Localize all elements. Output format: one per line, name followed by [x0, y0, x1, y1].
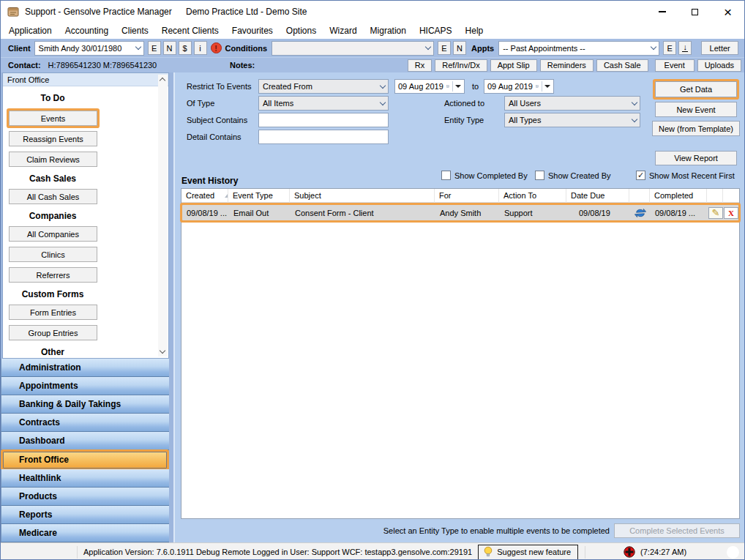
client-edit-button[interactable]: E — [148, 41, 161, 55]
accordion-products[interactable]: Products — [1, 488, 169, 506]
accordion-contracts[interactable]: Contracts — [1, 414, 169, 432]
sidebar-button-referrers[interactable]: Referrers — [9, 267, 97, 283]
show-completed-by-checkbox[interactable]: Show Completed By — [441, 171, 528, 180]
checkbox-checked-icon[interactable] — [636, 171, 645, 180]
show-most-recent-first-checkbox[interactable]: Show Most Recent First — [636, 171, 735, 180]
sidebar-button-group-entries[interactable]: Group Entries — [9, 325, 97, 340]
accordion-administration[interactable]: Administration — [1, 359, 169, 377]
appt-edit-button[interactable]: E — [663, 41, 676, 55]
sidebar-button-claim-reviews[interactable]: Claim Reviews — [9, 152, 97, 167]
menu-application[interactable]: Application — [2, 23, 59, 39]
letter-button[interactable]: Letter — [701, 41, 738, 55]
menu-recent-clients[interactable]: Recent Clients — [155, 23, 225, 39]
detail-contains-input[interactable] — [258, 130, 389, 144]
column-header-action-to[interactable]: Action To — [499, 189, 566, 203]
date-to-picker[interactable]: 09 Aug 2019 — [484, 79, 554, 94]
cell-edit[interactable] — [708, 207, 724, 219]
menu-favourites[interactable]: Favourites — [225, 23, 280, 39]
cell-sync[interactable] — [630, 208, 651, 218]
close-button[interactable] — [711, 1, 744, 23]
conditions-alert-icon[interactable] — [211, 42, 222, 53]
menu-help[interactable]: Help — [459, 23, 490, 39]
column-header-created[interactable]: Created — [181, 189, 228, 203]
medical-cross-icon[interactable] — [624, 546, 635, 558]
column-header-blank[interactable] — [707, 189, 723, 203]
sidebar-button-clinics[interactable]: Clinics — [9, 247, 97, 262]
new-from-template-button[interactable]: New (from Template) — [652, 121, 740, 136]
rx-button[interactable]: Rx — [408, 59, 432, 72]
conditions-edit-button[interactable]: E — [438, 41, 451, 55]
entity-type-select[interactable]: All Types — [504, 113, 640, 127]
column-header-blank[interactable] — [723, 189, 739, 203]
chevron-down-icon — [380, 99, 386, 105]
column-header-event-type[interactable]: Event Type — [228, 189, 290, 203]
checkbox-icon[interactable] — [535, 171, 544, 180]
subject-contains-input[interactable] — [258, 113, 389, 127]
menu-options[interactable]: Options — [280, 23, 323, 39]
cell-delete[interactable] — [724, 207, 738, 219]
appt-slip-button[interactable]: Appt Slip — [490, 59, 537, 72]
delete-icon[interactable] — [724, 207, 738, 219]
accordion-healthlink[interactable]: Healthlink — [1, 469, 169, 488]
appts-select[interactable]: -- Past Appointments -- — [498, 41, 659, 56]
get-data-button[interactable]: Get Data — [655, 81, 737, 97]
suggest-feature-button[interactable]: Suggest new feature — [478, 545, 578, 560]
minimize-button[interactable] — [645, 1, 678, 23]
accordion-appointments[interactable]: Appointments — [1, 377, 169, 395]
menu-migration[interactable]: Migration — [364, 23, 413, 39]
accordion-banking-daily-takings[interactable]: Banking & Daily Takings — [1, 395, 169, 414]
column-header-date-due[interactable]: Date Due — [566, 189, 629, 203]
subject-contains-label: Subject Contains — [187, 116, 247, 124]
calendar-icon — [446, 82, 449, 91]
menu-clients[interactable]: Clients — [115, 23, 155, 39]
accordion-medicare[interactable]: Medicare — [1, 524, 169, 542]
client-info-button[interactable]: i — [194, 41, 207, 55]
status-left-segment — [1, 543, 77, 560]
scroll-up-icon[interactable] — [160, 78, 165, 83]
client-billing-button[interactable]: $ — [179, 41, 192, 55]
sidebar-button-all-cash-sales[interactable]: All Cash Sales — [9, 189, 97, 204]
maximize-button[interactable] — [678, 1, 711, 23]
new-event-button[interactable]: New Event — [655, 102, 737, 117]
client-select[interactable]: Smith Andy 30/01/1980 — [34, 41, 144, 56]
column-header-blank[interactable] — [629, 189, 650, 203]
sidebar-button-all-companies[interactable]: All Companies — [9, 226, 97, 242]
uploads-button[interactable]: Uploads — [697, 59, 741, 72]
sidebar-button-form-entries[interactable]: Form Entries — [9, 305, 97, 320]
cash-sale-button[interactable]: Cash Sale — [596, 59, 648, 72]
sidebar-button-events[interactable]: Events — [9, 111, 97, 126]
edit-icon[interactable] — [708, 207, 723, 219]
column-header-subject[interactable]: Subject — [290, 189, 435, 203]
appt-download-button[interactable] — [678, 41, 692, 55]
client-notes-button[interactable]: N — [163, 41, 176, 55]
maximize-icon — [692, 9, 698, 15]
menu-accounting[interactable]: Accounting — [59, 23, 115, 39]
conditions-select[interactable] — [272, 41, 434, 56]
view-report-button[interactable]: View Report — [655, 151, 737, 165]
client-label: Client — [8, 44, 31, 53]
of-type-select[interactable]: All Items — [258, 96, 389, 111]
footer-message: Select an Entity Type to enable multiple… — [368, 526, 610, 535]
actioned-to-select[interactable]: All Users — [504, 96, 640, 111]
accordion-reports[interactable]: Reports — [1, 506, 169, 524]
checkbox-icon[interactable] — [441, 171, 451, 180]
accordion-dashboard[interactable]: Dashboard — [1, 432, 169, 450]
sidebar-button-reassign-events[interactable]: Reassign Events — [9, 131, 97, 146]
sidebar-scrollbar[interactable] — [158, 75, 168, 356]
checkbox-label: Show Completed By — [454, 171, 528, 180]
show-created-by-checkbox[interactable]: Show Created By — [535, 171, 611, 180]
event-row[interactable]: 09/08/19 ... Email Out Consent Form - Cl… — [182, 205, 738, 220]
column-header-completed[interactable]: Completed — [650, 189, 707, 203]
menu-hicaps[interactable]: HICAPS — [413, 23, 459, 39]
column-header-for[interactable]: For — [435, 189, 499, 203]
accordion-front-office[interactable]: Front Office — [3, 452, 167, 468]
event-button[interactable]: Event — [655, 59, 695, 72]
scroll-down-icon[interactable] — [160, 348, 165, 354]
reminders-button[interactable]: Reminders — [540, 59, 594, 72]
restrict-select[interactable]: Created From — [258, 79, 389, 94]
conditions-notes-button[interactable]: N — [453, 41, 466, 55]
menu-wizard[interactable]: Wizard — [323, 23, 363, 39]
chevron-down-icon — [632, 116, 637, 122]
ref-inv-dx-button[interactable]: Ref/Inv/Dx — [435, 59, 487, 72]
date-from-picker[interactable]: 09 Aug 2019 — [394, 79, 465, 94]
